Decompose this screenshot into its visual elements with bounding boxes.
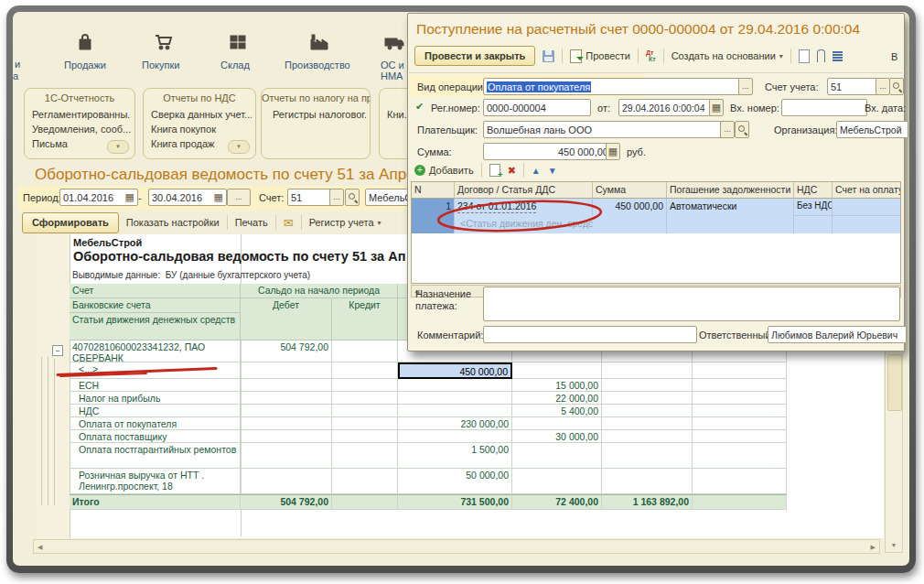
table-row-selected[interactable]: 1 234 от 01.01.2016 450 000,00 Автоматич… <box>412 199 900 233</box>
incoming-number-field[interactable] <box>781 99 867 116</box>
section-production[interactable]: Производство <box>285 59 350 70</box>
column-header[interactable]: Банковские счета <box>70 298 241 313</box>
date-field[interactable]: 29.04.2016 0:00:04 <box>618 99 714 116</box>
delete-row-icon[interactable]: ✖ <box>508 165 516 177</box>
move-down-icon[interactable]: ▼ <box>548 166 557 176</box>
column-header[interactable]: N <box>412 182 455 199</box>
section-sales[interactable]: Продажи <box>64 59 106 70</box>
period-from-field[interactable]: 01.04.2016▦ <box>59 189 138 206</box>
calendar-icon[interactable]: ▦ <box>214 192 223 202</box>
panel-more-button[interactable]: ▾ <box>107 140 129 154</box>
amount-cell: 450 000,00 <box>593 199 667 216</box>
payer-select-button[interactable]: ... <box>720 121 735 138</box>
scroll-down-arrow[interactable]: ▼ <box>886 542 902 548</box>
organization-label: Организация: <box>774 124 837 135</box>
scroll-left-arrow[interactable]: ◀ <box>38 544 42 551</box>
scroll-right-arrow[interactable]: ▶ <box>871 544 876 551</box>
payer-search-button[interactable] <box>735 121 749 138</box>
comment-field[interactable] <box>483 326 697 343</box>
column-header-debit[interactable]: Дебет <box>241 298 332 341</box>
clipped-section-label[interactable]: и <box>15 59 20 70</box>
list-icon[interactable] <box>833 50 843 61</box>
move-up-icon[interactable]: ▲ <box>532 166 541 176</box>
account-of-record-field[interactable]: 51 <box>827 78 882 95</box>
amount-label: Сумма: <box>417 146 452 157</box>
reg-number-label: Рег.номер: <box>431 103 480 114</box>
organization-field[interactable]: МебельСтрой <box>836 121 908 138</box>
column-header[interactable]: Счет на оплату <box>833 182 900 199</box>
calculator-button[interactable]: ▦ <box>606 143 620 160</box>
responsible-field[interactable]: Любимов Валерий Юрьевич <box>768 326 907 343</box>
invoice-cell <box>833 199 900 216</box>
account-field[interactable]: 51 <box>287 189 335 206</box>
doc-title: Оборотно-сальдовая ведомость по счету 51… <box>73 249 405 264</box>
account-search-button[interactable] <box>889 78 904 95</box>
doc-company: МебельСтрой <box>73 237 142 248</box>
column-header[interactable]: НДС <box>794 182 833 199</box>
period-to-field[interactable]: 30.04.2016▦ <box>148 189 227 206</box>
create-based-on-button[interactable]: Создать на основании▾ <box>672 50 783 61</box>
panel-item[interactable]: Сверка данных учет... <box>151 109 252 120</box>
post-button[interactable]: Провести <box>570 49 630 63</box>
show-settings-button[interactable]: Показать настройки <box>126 217 220 228</box>
calculator-icon: ▦ <box>608 146 618 157</box>
date-calendar-button[interactable]: ▦ <box>709 99 724 116</box>
panel-item[interactable]: Письма <box>32 138 109 149</box>
register-menu-button[interactable]: Регистр учета▾ <box>309 217 381 228</box>
document-dialog: Поступление на расчетный счет 0000-00000… <box>407 13 905 351</box>
calendar-icon[interactable]: ▦ <box>125 192 134 202</box>
separator <box>523 163 524 178</box>
operation-select-button[interactable]: ... <box>738 78 753 95</box>
operation-type-field[interactable]: Оплата от покупателя <box>483 78 745 95</box>
selected-cell[interactable]: 450 000,00 <box>398 362 512 379</box>
generate-button[interactable]: Сформировать <box>22 212 119 233</box>
account-search-button[interactable] <box>345 189 360 206</box>
amount-field[interactable]: 450 000,00 <box>483 143 612 160</box>
account-select-button[interactable]: ... <box>329 189 344 206</box>
panel-item[interactable]: Регламентированны... <box>32 109 131 120</box>
column-group-header[interactable]: Сальдо на начало периода <box>241 284 398 298</box>
post-and-close-button[interactable]: Провести и закрыть <box>414 46 535 66</box>
scrollbar-thumb[interactable] <box>887 354 902 411</box>
period-options-button[interactable]: ... <box>227 189 251 206</box>
app-window: и а Продажи Покупки Склад Производство О… <box>13 12 909 566</box>
panel-1c-reporting: 1С-Отчетность Регламентированны... Уведо… <box>24 88 135 159</box>
period-dash: - <box>138 192 142 203</box>
collapse-group-button[interactable]: − <box>52 345 63 356</box>
chevron-down-icon: ▾ <box>378 219 381 227</box>
mail-icon[interactable]: ✉ <box>284 217 294 229</box>
separator <box>562 49 563 63</box>
reg-number-field[interactable]: 0000-000004 <box>483 99 591 116</box>
column-header-credit[interactable]: Кредит <box>332 298 398 341</box>
panel-item[interactable]: Книга покупок <box>151 124 252 135</box>
horizontal-scrollbar[interactable]: ◀ ▶ <box>33 539 880 554</box>
column-header[interactable]: Счет <box>70 284 241 298</box>
document-icon[interactable] <box>799 49 810 63</box>
paperclip-icon[interactable] <box>817 49 825 62</box>
clipped-section-label[interactable]: а <box>13 70 18 81</box>
account-select-button[interactable]: ... <box>876 78 890 95</box>
print-button[interactable]: Печать <box>235 217 268 228</box>
empty-cell <box>794 216 833 233</box>
column-header[interactable]: Договор / Статья ДДС <box>455 182 593 199</box>
panel-item[interactable]: Регистры налоговог... <box>273 109 366 120</box>
section-purchases[interactable]: Покупки <box>142 59 179 70</box>
add-row-button[interactable]: +Добавить <box>414 165 474 176</box>
payer-field[interactable]: Волшебная лань ООО <box>483 121 726 138</box>
column-header[interactable]: Статьи движения денежных средств <box>70 313 241 341</box>
operation-type-label: Вид операции: <box>417 81 486 92</box>
panel-item[interactable]: Книга продаж <box>151 138 230 149</box>
copy-row-icon[interactable] <box>489 164 500 177</box>
column-header[interactable]: Сумма <box>593 182 667 199</box>
payment-purpose-textarea[interactable] <box>483 287 900 321</box>
separator <box>409 72 902 73</box>
save-icon[interactable] <box>543 50 554 62</box>
clipped-more-button[interactable]: В <box>891 51 897 62</box>
column-header[interactable]: Погашение задолженности <box>667 182 794 199</box>
debit-credit-icon[interactable]: ДтКт <box>646 49 656 62</box>
panel-more-button[interactable]: ▾ <box>228 140 250 154</box>
row-number-cell: 1 <box>412 199 455 233</box>
panel-item[interactable]: Уведомления, сооб... <box>32 124 131 135</box>
section-warehouse[interactable]: Склад <box>220 59 250 70</box>
separator <box>227 215 228 230</box>
